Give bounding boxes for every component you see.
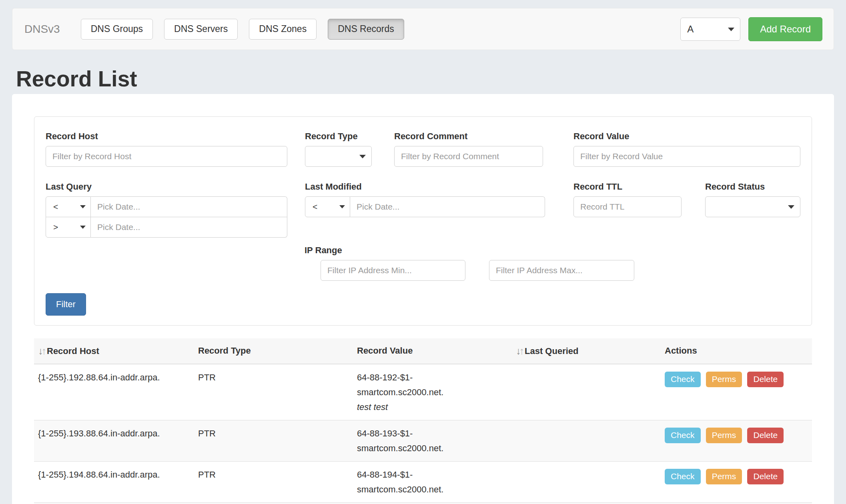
record-type-cell: PTR [194,461,353,502]
record-type-label: Record Type [305,131,372,141]
last-query-operator-gt-select[interactable]: > [46,217,91,238]
sort-arrows-icon: ↓↑ [38,345,45,357]
ip-address-max-input[interactable] [489,260,634,281]
column-header-record-type: Record Type [194,338,353,364]
last-modified-date-input[interactable] [350,196,545,217]
caret-down-icon [339,205,345,208]
record-value-label: Record Value [573,131,800,141]
record-comment-input[interactable] [394,146,543,167]
navbar-right: A Add Record [680,17,822,41]
operator-value: > [53,222,58,232]
records-table: ↓↑Record Host Record Type Record Value ↓… [34,338,812,504]
last-modified-label: Last Modified [305,182,545,192]
nav-buttons: DNS Groups DNS Servers DNS Zones DNS Rec… [81,19,404,40]
caret-down-icon [80,226,86,229]
caret-down-icon [728,28,734,31]
last-queried-cell [512,420,661,461]
column-header-label: Record Type [198,346,251,356]
brand-logo: DNSv3 [24,23,60,36]
record-host-input[interactable] [46,146,287,167]
last-query-date-after-input[interactable] [91,217,287,238]
nav-button-dns-zones[interactable]: DNS Zones [249,19,317,40]
table-row: {1-255}.192.88.64.in-addr.arpa. PTR 64-8… [34,364,812,420]
perms-button[interactable]: Perms [706,372,742,387]
table-row: {1-255}.193.88.64.in-addr.arpa. PTR 64-8… [34,420,812,461]
operator-value: < [53,202,58,212]
check-button[interactable]: Check [665,469,701,484]
caret-down-icon [788,205,794,209]
navbar: DNSv3 DNS Groups DNS Servers DNS Zones D… [12,8,834,50]
delete-button[interactable]: Delete [747,428,784,443]
check-button[interactable]: Check [665,428,701,443]
column-header-label: Last Queried [525,346,578,356]
record-comment-label: Record Comment [394,131,543,141]
last-query-operator-lt-select[interactable]: < [46,196,91,217]
record-host-cell: {1-255}.192.88.64.in-addr.arpa. [34,364,194,420]
page-title: Record List [16,67,846,92]
content-card: Record Host Record Type Record Comment R… [12,94,834,504]
table-row: {1-255}.194.88.64.in-addr.arpa. PTR 64-8… [34,461,812,502]
filter-submit-button[interactable]: Filter [46,293,86,316]
record-type-select-value: A [687,24,694,35]
record-host-cell: {1-255}.194.88.64.in-addr.arpa. [34,461,194,502]
nav-button-dns-servers[interactable]: DNS Servers [164,19,238,40]
record-type-filter-select[interactable] [305,146,372,167]
record-ttl-input[interactable] [573,196,682,217]
last-query-label: Last Query [46,182,287,192]
record-status-select[interactable] [705,196,800,217]
last-modified-operator-select[interactable]: < [305,196,350,217]
actions-cell: Check Perms Delete [661,461,812,502]
record-value-cell: 64-88-193-$1-smartcom.sc2000.net. [353,420,512,461]
column-header-actions: Actions [661,338,812,364]
column-header-label: Record Value [357,346,413,356]
actions-cell: Check Perms Delete [661,364,812,420]
delete-button[interactable]: Delete [747,469,784,484]
perms-button[interactable]: Perms [706,469,742,484]
record-value-text: 64-88-194-$1-smartcom.sc2000.net. [357,467,469,497]
record-value-text: 64-88-193-$1-smartcom.sc2000.net. [357,426,469,456]
table-header-row: ↓↑Record Host Record Type Record Value ↓… [34,338,812,364]
column-header-last-queried[interactable]: ↓↑Last Queried [512,338,661,364]
operator-value: < [313,202,317,212]
record-ttl-label: Record TTL [573,182,682,192]
record-comment-text: test test [357,400,508,414]
filter-panel: Record Host Record Type Record Comment R… [34,116,812,326]
column-header-label: Record Host [47,346,99,356]
delete-button[interactable]: Delete [747,372,784,387]
add-record-button[interactable]: Add Record [748,17,822,41]
ip-address-min-input[interactable] [321,260,465,281]
actions-cell: Check Perms Delete [661,420,812,461]
caret-down-icon [80,205,86,208]
record-value-input[interactable] [573,146,800,167]
record-host-cell: {1-255}.193.88.64.in-addr.arpa. [34,420,194,461]
caret-down-icon [359,155,366,158]
ip-range-label: IP Range [305,245,800,255]
record-value-cell: 64-88-194-$1-smartcom.sc2000.net. [353,461,512,502]
column-header-record-value: Record Value [353,338,512,364]
check-button[interactable]: Check [665,372,701,387]
record-type-cell: PTR [194,420,353,461]
record-host-label: Record Host [46,131,287,141]
perms-button[interactable]: Perms [706,428,742,443]
sort-arrows-icon: ↓↑ [516,345,523,357]
record-value-text: 64-88-192-$1-smartcom.sc2000.net. [357,370,469,400]
record-type-cell: PTR [194,364,353,420]
last-queried-cell [512,461,661,502]
nav-button-dns-groups[interactable]: DNS Groups [81,19,153,40]
column-header-record-host[interactable]: ↓↑Record Host [34,338,194,364]
record-value-cell: 64-88-192-$1-smartcom.sc2000.net. test t… [353,364,512,420]
nav-button-dns-records[interactable]: DNS Records [328,19,404,40]
column-header-label: Actions [665,346,697,356]
table-row [34,502,812,504]
record-type-select[interactable]: A [680,18,740,41]
last-queried-cell [512,364,661,420]
record-status-label: Record Status [705,182,800,192]
last-query-date-before-input[interactable] [91,196,287,217]
